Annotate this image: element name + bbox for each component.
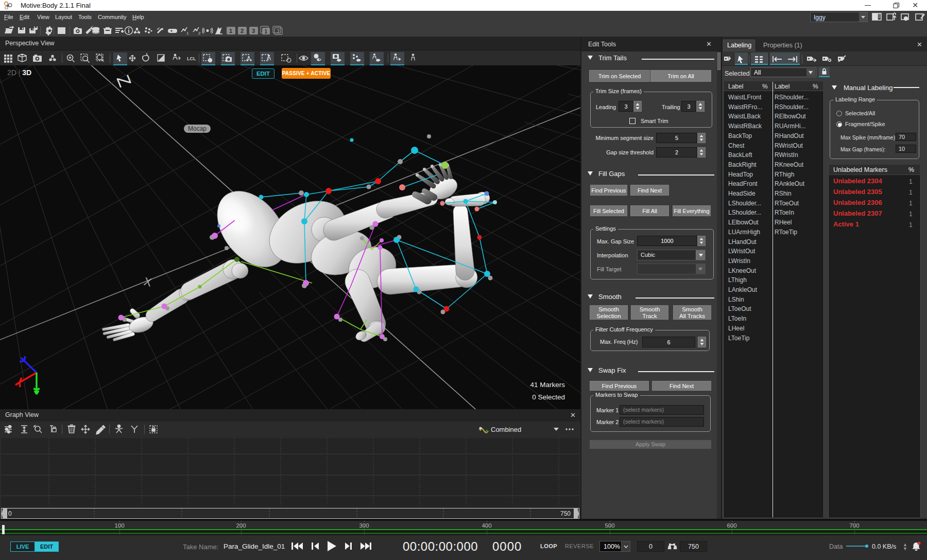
svg-text:Z: Z [113,72,135,90]
svg-text:2: 2 [277,29,280,34]
svg-text:1: 1 [265,29,268,34]
svg-text:2: 2 [241,28,244,34]
svg-text:1: 1 [186,31,189,36]
svg-text:2: 2 [198,31,201,36]
svg-text:LCL: LCL [187,56,196,61]
svg-text:X: X [143,275,153,289]
svg-text:1: 1 [229,28,232,34]
svg-text:3: 3 [252,28,255,34]
svg-text:Combined: Combined [491,426,521,433]
